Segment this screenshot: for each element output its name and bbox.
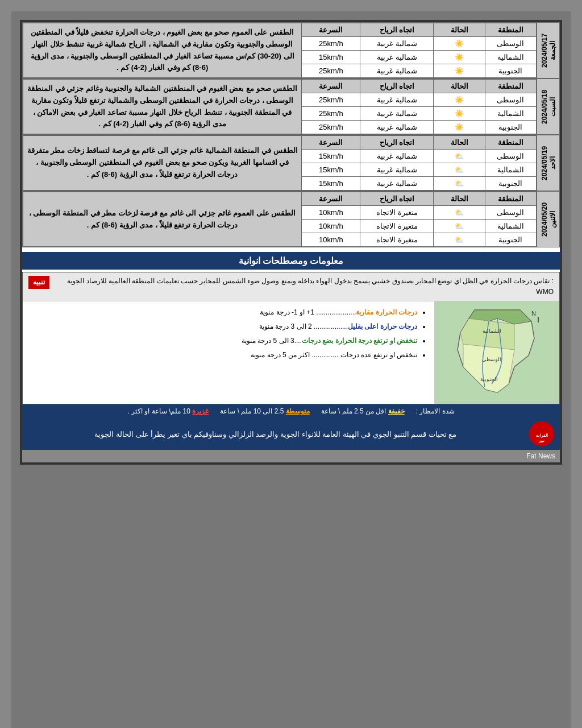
rain-medium-label: متوسطة [286,407,310,415]
mon-row3-direction: متغيرة الاتجاه [360,233,434,247]
sun-row1-direction: شمالية غربية [360,150,434,163]
mon-row2-region: الشمالية [485,220,536,233]
fri-row3-region: الجنوبية [485,64,536,78]
mon-row3-region: الجنوبية [485,233,536,247]
header-speed-sat: السرعة [302,80,360,93]
mon-row1-condition: ⛅ [434,206,485,220]
bottom-label: Fat News [22,450,560,462]
header-condition-mon: الحالة [434,192,485,206]
main-container: الجمعة 2024/05/17 المنطقة الحالة اتجاه ا… [20,20,562,465]
sat-row3-region: الجنوبية [485,121,536,134]
day-friday-desc: الطقس على العموم صحو مع بعض الغيوم ، درج… [23,23,302,78]
alfurat-logo: الفرات نيوز [529,421,554,446]
sun-row1-condition: ⛅ [434,150,485,163]
header-condition-sat: الحالة [434,80,485,93]
legend-area: درجات الحرارة مقاربة....................… [23,301,434,404]
header-direction-fri: اتجاه الرياح [360,23,434,37]
day-friday-label: الجمعة 2024/05/17 [537,23,560,78]
legend-item-4: تنخفض او ترتفع عدة درجات .............. … [30,349,417,362]
day-saturday-table: السبت 2024/05/18 المنطقة الحالة اتجاه ال… [22,78,560,135]
day-saturday-desc: الطقس صحو مع بعض الغيوم في المنطقتين الش… [23,80,302,134]
header-speed-fri: السرعة [302,23,360,37]
sun-row2-speed: 15km/h [302,163,360,177]
header-speed-mon: السرعة [302,192,360,206]
mon-row1-region: الوسطى [485,206,536,220]
sat-row1-direction: شمالية غربية [360,93,434,107]
rain-prefix: شدة الامطار : [416,407,455,415]
svg-text:الشمالية: الشمالية [482,328,501,334]
header-condition-sun: الحالة [434,136,485,150]
fri-row2-region: الشمالية [485,51,536,64]
header-region-sun: المنطقة [485,136,536,150]
sat-row2-speed: 25km/h [302,107,360,121]
mon-row2-speed: 10km/h [302,220,360,233]
svg-text:N: N [531,310,536,317]
svg-text:الوسطى: الوسطى [482,357,501,363]
sat-row1-condition: ☀️ [434,93,485,107]
fri-row2-direction: شمالية غربية [360,51,434,64]
sat-row1-region: الوسطى [485,93,536,107]
sun-row3-speed: 15km/h [302,177,360,191]
info-bottom-area: الشمالية الوسطى الجنوبية N درجات الحرارة… [23,301,559,404]
legend-item-3: تنخفض او ترتفع درجة الحرارة بضع درجات...… [30,334,417,348]
day-monday-label: الاثنين 2024/05/20 [537,192,560,247]
sun-row3-region: الجنوبية [485,177,536,191]
fri-row1-speed: 25km/h [302,37,360,51]
sun-row2-condition: ⛅ [434,163,485,177]
mon-row3-speed: 10km/h [302,233,360,247]
header-direction-sun: اتجاه الرياح [360,136,434,150]
day-monday-table: الاثنين 2024/05/20 المنطقة الحالة اتجاه … [22,191,560,247]
rain-intensity-section: شدة الامطار : خفيفة اقل من 2.5 ملم \ ساع… [22,404,560,418]
info-section-header: معلومات ومصطلحات انوانية [22,252,560,270]
fri-row2-condition: ☀️ [434,51,485,64]
sun-row2-direction: شمالية غربية [360,163,434,177]
svg-text:نيوز: نيوز [538,439,544,443]
sun-row1-region: الوسطى [485,150,536,163]
header-direction-sat: اتجاه الرياح [360,80,434,93]
sat-row3-condition: ☀️ [434,121,485,134]
mon-row1-speed: 10km/h [302,206,360,220]
header-region-mon: المنطقة [485,192,536,206]
legend-list: درجات الحرارة مقاربة....................… [30,306,427,361]
footer-logo: الفرات نيوز [529,421,554,446]
sat-row2-region: الشمالية [485,107,536,121]
day-saturday-label: السبت 2024/05/18 [537,79,560,135]
sun-row2-region: الشمالية [485,163,536,177]
fri-row3-condition: ☀️ [434,64,485,78]
weather-forecast-section: الجمعة 2024/05/17 المنطقة الحالة اتجاه ا… [22,22,560,247]
sun-row3-direction: شمالية غربية [360,177,434,191]
day-friday-table: الجمعة 2024/05/17 المنطقة الحالة اتجاه ا… [22,22,560,78]
sat-row3-speed: 25km/h [302,121,360,134]
fri-row3-speed: 25km/h [302,64,360,78]
day-sunday-desc: الطقس في المنطقة الشمالية غائم جزئي الى … [23,136,302,191]
fri-row2-speed: 15km/h [302,51,360,64]
iraq-map: الشمالية الوسطى الجنوبية N [434,301,559,404]
sun-row3-condition: ⛅ [434,177,485,191]
svg-text:الفرات: الفرات [536,433,548,438]
sat-row3-direction: شمالية غربية [360,121,434,134]
sat-row2-condition: ☀️ [434,107,485,121]
fri-row3-direction: شمالية غربية [360,64,434,78]
fri-row1-condition: ☀️ [434,37,485,51]
fri-row1-direction: شمالية غربية [360,37,434,51]
notice-text: : تقاس درجات الحرارة في الظل اي توضع الم… [54,276,554,297]
notice-tag: تنبيه [28,276,49,289]
iraq-map-svg: الشمالية الوسطى الجنوبية N [440,304,554,401]
header-condition-fri: الحالة [434,23,485,37]
day-monday-desc: الطقس على العموم غائم جزئي الى غائم مع ف… [23,192,302,247]
rain-medium-desc: 2.5 الى 10 ملم \ ساعة [220,407,284,415]
header-direction-mon: اتجاه الرياح [360,192,434,206]
header-region-sat: المنطقة [485,80,536,93]
rain-heavy-label: غزيرة [192,407,209,415]
footer-section: الفرات نيوز مع تحيات قسم التنبو الجوي في… [22,418,560,450]
day-sunday-label: الاحد 2024/05/19 [537,135,560,191]
sat-row1-speed: 25km/h [302,93,360,107]
footer-text: مع تحيات قسم التنبو الجوي في الهيئة العا… [28,429,523,440]
sun-row1-speed: 15km/h [302,150,360,163]
rain-light-label: خفيفة [388,407,405,415]
day-sunday-table: الاحد 2024/05/19 المنطقة الحالة اتجاه ال… [22,135,560,191]
legend-item-2: درجات حرارة اعلى بقليل..................… [30,320,417,333]
legend-item-1: درجات الحرارة مقاربة....................… [30,306,417,319]
header-speed-sun: السرعة [302,136,360,150]
mon-row3-condition: ⛅ [434,233,485,247]
